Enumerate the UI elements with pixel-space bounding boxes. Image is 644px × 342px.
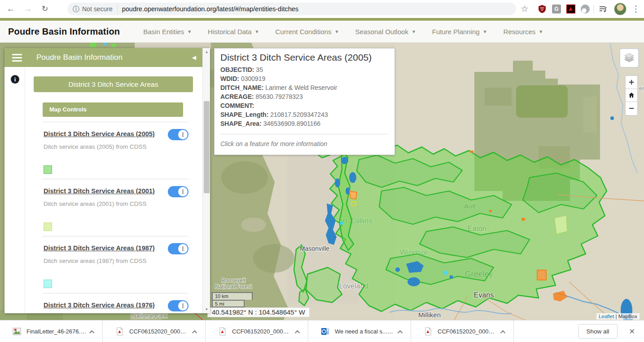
chevron-up-icon[interactable] xyxy=(89,330,94,335)
layer-toggle-2001[interactable] xyxy=(168,186,188,197)
popup-title: District 3 Ditch Service Areas (2005) xyxy=(220,52,389,63)
layer-link-2001[interactable]: District 3 Ditch Service Areas (2001) xyxy=(44,186,155,195)
layer-toggle-1976[interactable] xyxy=(168,300,188,311)
g-extension-icon[interactable]: G xyxy=(552,4,561,13)
section-title-banner: District 3 Ditch Service Areas xyxy=(34,76,193,92)
chevron-down-icon: ▼ xyxy=(539,29,543,34)
url-text[interactable]: poudre.openwaterfoundation.org/latest/#/… xyxy=(122,5,298,13)
layer-item-1976: District 3 Ditch Service Areas (1976) Di… xyxy=(44,300,188,313)
show-all-button[interactable]: Show all xyxy=(578,324,618,339)
download-name: CCF06152020_0001.pdf xyxy=(438,328,497,335)
browser-toolbar: ← → ↻ ⓘ Not secure poudre.openwaterfound… xyxy=(0,0,644,18)
outlook-file-icon xyxy=(321,327,329,336)
popup-field: DITCH_NAME Larimer & Weld Reservoir xyxy=(220,83,389,92)
chevron-down-icon: ▼ xyxy=(255,29,259,34)
sidebar-collapse-icon[interactable]: ◀ xyxy=(192,54,196,61)
layer-toggle-1987[interactable] xyxy=(168,243,188,254)
downloads-bar: FinalLetter_46-2676....tif CCF06152020_0… xyxy=(0,320,644,342)
map-container[interactable]: Fort Collins Windsor Greeley Loveland Au… xyxy=(0,43,644,320)
sidebar-rail: i xyxy=(4,67,25,313)
site-brand[interactable]: Poudre Basin Information xyxy=(8,27,120,37)
download-item-tif[interactable]: FinalLetter_46-2676....tif xyxy=(0,320,103,342)
zoom-control: + − xyxy=(625,75,638,116)
map-label-roosevelt: Roosevelt xyxy=(221,277,245,284)
toggle-knob xyxy=(178,130,188,139)
toolbar-divider xyxy=(593,4,594,13)
playlist-icon[interactable] xyxy=(599,4,608,13)
pdf-file-icon xyxy=(424,327,432,336)
layers-control-button[interactable] xyxy=(619,48,639,68)
toggle-knob xyxy=(178,301,188,311)
info-icon[interactable]: i xyxy=(11,75,19,84)
layer-swatch-2005 xyxy=(44,165,52,174)
feature-info-popup: District 3 Ditch Service Areas (2005) OB… xyxy=(214,48,395,155)
home-button[interactable] xyxy=(626,89,637,102)
popup-fields: OBJECTID 35 WDID 0300919 DITCH_NAME Lari… xyxy=(220,65,389,128)
zoom-in-button[interactable]: + xyxy=(626,76,637,89)
chevron-up-icon[interactable] xyxy=(192,330,197,335)
browser-menu-icon[interactable]: ⋮ xyxy=(630,3,642,15)
popup-divider xyxy=(220,134,389,134)
profile-avatar[interactable] xyxy=(614,3,626,15)
layer-description: Ditch service areas (2005) from CDSS xyxy=(44,143,188,150)
menu-current-conditions[interactable]: Current Conditions▼ xyxy=(276,28,339,36)
sidebar-header: Poudre Basin Information ◀ xyxy=(4,48,202,67)
scroll-down-icon[interactable]: ▼ xyxy=(203,306,210,313)
layer-link-1976[interactable]: District 3 Ditch Service Areas (1976) xyxy=(44,300,155,309)
leaflet-link[interactable]: Leaflet xyxy=(599,314,614,319)
home-icon xyxy=(628,92,635,99)
zoom-out-button[interactable]: − xyxy=(626,102,637,115)
omnibox-divider xyxy=(117,5,118,13)
bookmark-star-icon[interactable]: ☆ xyxy=(518,3,531,15)
scalebar-mi: 5 mi xyxy=(212,300,245,307)
menu-resources[interactable]: Resources▼ xyxy=(504,28,543,36)
menu-seasonal-outlook[interactable]: Seasonal Outlook▼ xyxy=(355,28,416,36)
close-downloads-icon[interactable]: ✕ xyxy=(629,327,635,336)
reload-icon[interactable]: ↻ xyxy=(39,3,51,15)
map-label-national-forest: National Forest xyxy=(215,284,252,290)
circle-extension-icon[interactable] xyxy=(581,4,590,13)
sidebar-scrollbar[interactable]: ▲ ▼ xyxy=(202,48,210,313)
chevron-down-icon: ▼ xyxy=(187,29,192,34)
menu-basin-entities[interactable]: Basin Entities▼ xyxy=(143,28,192,36)
map-label-evans: Evans xyxy=(474,291,494,299)
chevron-up-icon[interactable] xyxy=(500,330,505,335)
back-icon[interactable]: ← xyxy=(4,3,17,15)
chevron-up-icon[interactable] xyxy=(398,330,403,335)
page-info-icon[interactable]: ⓘ xyxy=(73,5,79,13)
scroll-up-icon[interactable]: ▲ xyxy=(203,48,210,56)
forward-icon[interactable]: → xyxy=(22,3,34,15)
download-item-eml[interactable]: We need a fiscal s....eml xyxy=(308,320,411,342)
pdf-file-icon xyxy=(218,327,227,336)
sidebar-title: Poudre Basin Information xyxy=(36,53,123,62)
map-label-milliken: Milliken xyxy=(418,311,441,319)
map-attribution: Leaflet | MapBox xyxy=(596,313,640,320)
popup-field: SHAPE_Length 210817.5209347243 xyxy=(220,110,389,119)
popup-field: WDID 0300919 xyxy=(220,74,389,83)
security-label: Not secure xyxy=(82,5,113,13)
download-item-pdf-0001[interactable]: CCF06152020_0001.pdf xyxy=(411,320,514,342)
chevron-up-icon[interactable] xyxy=(295,330,300,335)
acrobat-extension-icon[interactable] xyxy=(566,4,575,13)
download-name: CCF06152020_0002.pdf xyxy=(232,328,292,335)
menu-future-planning[interactable]: Future Planning▼ xyxy=(432,28,487,36)
download-item-pdf-0003[interactable]: CCF06152020_0003.pdf xyxy=(103,320,206,342)
hamburger-menu-icon[interactable] xyxy=(12,54,22,62)
layer-swatch-1987 xyxy=(44,280,52,288)
scalebar-km: 10 km xyxy=(212,292,253,300)
layer-link-2005[interactable]: District 3 Ditch Service Areas (2005) xyxy=(44,129,155,138)
scrollbar-thumb[interactable] xyxy=(204,101,210,193)
layer-description: Ditch service areas (2001) from CDSS xyxy=(44,200,188,207)
layer-item-2001: District 3 Ditch Service Areas (2001) Di… xyxy=(44,186,188,231)
layer-link-1987[interactable]: District 3 Ditch Service Areas (1987) xyxy=(44,243,155,252)
layer-toggle-2005[interactable] xyxy=(168,129,188,140)
download-item-pdf-0002[interactable]: CCF06152020_0002.pdf xyxy=(206,320,308,342)
tif-file-icon xyxy=(13,327,21,336)
sidebar-content: District 3 Ditch Service Areas Map Contr… xyxy=(25,67,202,313)
pdf-file-icon xyxy=(115,327,124,336)
address-bar[interactable]: ⓘ Not secure poudre.openwaterfoundation.… xyxy=(67,3,516,15)
menu-historical-data[interactable]: Historical Data▼ xyxy=(208,28,259,36)
sidebar: Poudre Basin Information ◀ i District 3 … xyxy=(4,48,210,313)
ublock-extension-icon[interactable] xyxy=(538,4,547,13)
mapbox-link[interactable]: MapBox xyxy=(618,314,637,319)
